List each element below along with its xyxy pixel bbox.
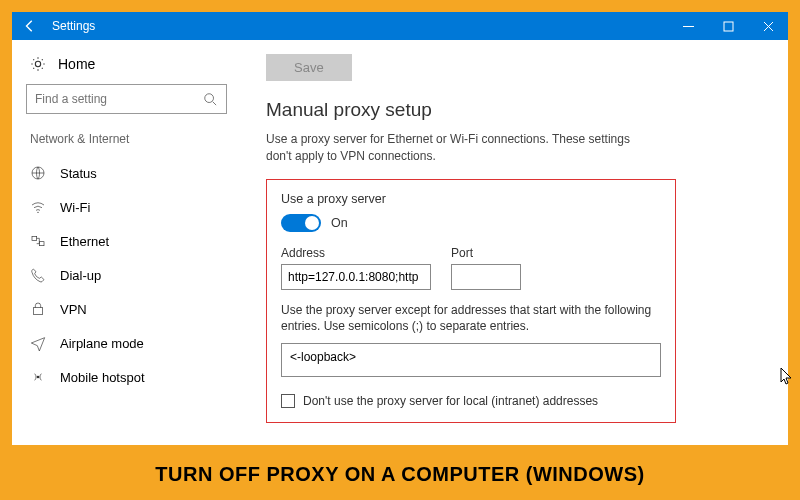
address-label: Address bbox=[281, 246, 431, 260]
sidebar-item-wifi[interactable]: Wi-Fi bbox=[12, 190, 241, 224]
page-heading: Manual proxy setup bbox=[266, 99, 764, 121]
proxy-toggle[interactable] bbox=[281, 214, 321, 232]
local-addresses-label: Don't use the proxy server for local (in… bbox=[303, 394, 598, 408]
port-input[interactable] bbox=[451, 264, 521, 290]
phone-icon bbox=[30, 267, 46, 283]
close-button[interactable] bbox=[748, 12, 788, 40]
proxy-settings-box: Use a proxy server On Address Port Use t… bbox=[266, 179, 676, 424]
home-label: Home bbox=[58, 56, 95, 72]
svg-point-1 bbox=[205, 94, 214, 103]
toggle-state-label: On bbox=[331, 216, 348, 230]
main-panel: Save Manual proxy setup Use a proxy serv… bbox=[242, 40, 788, 445]
svg-rect-0 bbox=[724, 22, 733, 31]
svg-point-7 bbox=[37, 376, 40, 379]
sidebar-item-airplane[interactable]: Airplane mode bbox=[12, 326, 241, 360]
svg-rect-6 bbox=[33, 308, 42, 315]
lock-icon bbox=[30, 301, 46, 317]
sidebar-item-label: Mobile hotspot bbox=[60, 370, 145, 385]
ethernet-icon bbox=[30, 233, 46, 249]
search-input[interactable] bbox=[35, 92, 202, 106]
exceptions-input[interactable] bbox=[281, 343, 661, 377]
sidebar-group-label: Network & Internet bbox=[12, 128, 241, 156]
svg-rect-4 bbox=[32, 236, 37, 240]
save-button[interactable]: Save bbox=[266, 54, 352, 81]
sidebar-item-hotspot[interactable]: Mobile hotspot bbox=[12, 360, 241, 394]
search-input-wrap[interactable] bbox=[26, 84, 227, 114]
airplane-icon bbox=[30, 335, 46, 351]
local-addresses-checkbox[interactable] bbox=[281, 394, 295, 408]
cursor-icon bbox=[780, 367, 794, 388]
sidebar-item-status[interactable]: Status bbox=[12, 156, 241, 190]
sidebar-item-label: VPN bbox=[60, 302, 87, 317]
sidebar-item-vpn[interactable]: VPN bbox=[12, 292, 241, 326]
sidebar-item-label: Airplane mode bbox=[60, 336, 144, 351]
page-description: Use a proxy server for Ethernet or Wi-Fi… bbox=[266, 131, 646, 165]
sidebar-item-dialup[interactable]: Dial-up bbox=[12, 258, 241, 292]
minimize-button[interactable] bbox=[668, 12, 708, 40]
settings-window: Settings Home Network & Inte bbox=[12, 12, 788, 445]
sidebar-item-label: Wi-Fi bbox=[60, 200, 90, 215]
hotspot-icon bbox=[30, 369, 46, 385]
search-icon bbox=[202, 92, 218, 106]
sidebar-item-label: Dial-up bbox=[60, 268, 101, 283]
sidebar-item-label: Ethernet bbox=[60, 234, 109, 249]
svg-point-3 bbox=[37, 212, 38, 213]
sidebar-item-label: Status bbox=[60, 166, 97, 181]
home-link[interactable]: Home bbox=[12, 50, 241, 84]
back-button[interactable] bbox=[12, 12, 48, 40]
globe-icon bbox=[30, 165, 46, 181]
gear-icon bbox=[30, 56, 46, 72]
address-input[interactable] bbox=[281, 264, 431, 290]
arrow-left-icon bbox=[22, 19, 38, 33]
titlebar: Settings bbox=[12, 12, 788, 40]
maximize-button[interactable] bbox=[708, 12, 748, 40]
wifi-icon bbox=[30, 199, 46, 215]
window-title: Settings bbox=[48, 19, 668, 33]
sidebar-item-ethernet[interactable]: Ethernet bbox=[12, 224, 241, 258]
svg-rect-5 bbox=[39, 242, 44, 246]
use-proxy-label: Use a proxy server bbox=[281, 192, 661, 206]
image-caption: TURN OFF PROXY ON A COMPUTER (WINDOWS) bbox=[0, 463, 800, 486]
exceptions-description: Use the proxy server except for addresse… bbox=[281, 302, 661, 336]
sidebar: Home Network & Internet Status Wi-Fi Eth… bbox=[12, 40, 242, 445]
port-label: Port bbox=[451, 246, 521, 260]
